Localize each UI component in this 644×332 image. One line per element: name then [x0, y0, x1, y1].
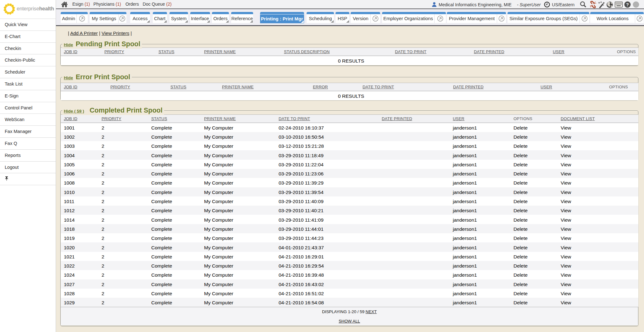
svg-text:?: ? [626, 2, 629, 7]
